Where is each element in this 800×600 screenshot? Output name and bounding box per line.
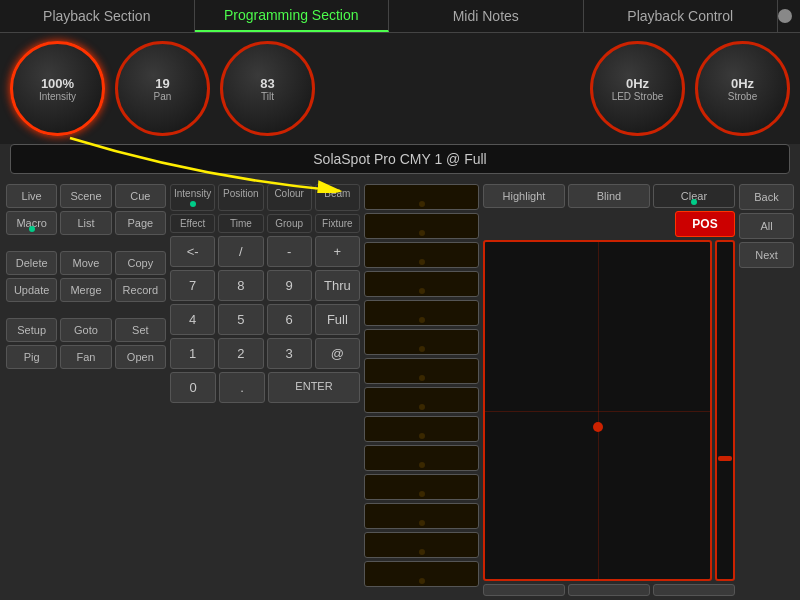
full-button[interactable]: Full [315, 304, 360, 335]
num3-button[interactable]: 3 [267, 338, 312, 369]
update-button[interactable]: Update [6, 278, 57, 302]
enc-beam[interactable]: Beam [315, 184, 360, 211]
num1-button[interactable]: 1 [170, 338, 215, 369]
enc-time[interactable]: Time [218, 214, 263, 233]
delete-move-copy-row: Delete Move Copy [6, 251, 166, 275]
fixture-list [364, 184, 479, 596]
fixture-slot-2a[interactable] [364, 271, 479, 297]
knob-tilt-circle[interactable]: 83 Tilt [220, 41, 315, 136]
knob-pan[interactable]: 19 Pan [115, 41, 210, 136]
num6-button[interactable]: 6 [267, 304, 312, 335]
bottom-right-btn-2[interactable] [568, 584, 650, 596]
tab-playback-control[interactable]: Playback Control [584, 0, 779, 32]
at-button[interactable]: @ [315, 338, 360, 369]
fixture-slot-4b[interactable] [364, 474, 479, 500]
merge-button[interactable]: Merge [60, 278, 111, 302]
move-button[interactable]: Move [60, 251, 111, 275]
num7-button[interactable]: 7 [170, 270, 215, 301]
fixture-pair-1 [364, 184, 479, 268]
knob-pan-circle[interactable]: 19 Pan [115, 41, 210, 136]
num0-button[interactable]: 0 [170, 372, 216, 403]
minus-button[interactable]: - [267, 236, 312, 267]
thru-button[interactable]: Thru [315, 270, 360, 301]
num5-button[interactable]: 5 [218, 304, 263, 335]
fixture-slot-2c[interactable] [364, 329, 479, 355]
xy-cursor [593, 422, 603, 432]
record-button[interactable]: Record [115, 278, 166, 302]
enter-button[interactable]: ENTER [268, 372, 360, 403]
fixture-slot-2b[interactable] [364, 300, 479, 326]
knob-intensity[interactable]: 100% Intensity [10, 41, 105, 136]
enc-intensity[interactable]: Intensity [170, 184, 215, 211]
goto-button[interactable]: Goto [60, 318, 111, 342]
knob-intensity-circle[interactable]: 100% Intensity [10, 41, 105, 136]
macro-list-page-row: Macro List Page [6, 211, 166, 235]
open-button[interactable]: Open [115, 345, 166, 369]
plus-button[interactable]: + [315, 236, 360, 267]
bottom-right-buttons [483, 584, 735, 596]
fixture-slot-3a[interactable] [364, 358, 479, 384]
live-button[interactable]: Live [6, 184, 57, 208]
list-button[interactable]: List [60, 211, 111, 235]
enc-colour[interactable]: Colour [267, 184, 312, 211]
macro-button[interactable]: Macro [6, 211, 57, 235]
delete-button[interactable]: Delete [6, 251, 57, 275]
setup-button[interactable]: Setup [6, 318, 57, 342]
divide-button[interactable]: / [218, 236, 263, 267]
knobs-row: 100% Intensity 19 Pan 83 Tilt [0, 33, 800, 144]
bottom-right-btn-1[interactable] [483, 584, 565, 596]
knob-led-strobe-circle[interactable]: 0Hz LED Strobe [590, 41, 685, 136]
num2-button[interactable]: 2 [218, 338, 263, 369]
bottom-right-btn-3[interactable] [653, 584, 735, 596]
cue-button[interactable]: Cue [115, 184, 166, 208]
tab-midi-notes[interactable]: Midi Notes [389, 0, 584, 32]
back-all-next-col: Back All Next [739, 184, 794, 596]
fixture-slot-4a[interactable] [364, 445, 479, 471]
num9-button[interactable]: 9 [267, 270, 312, 301]
next-button[interactable]: Next [739, 242, 794, 268]
enc-position[interactable]: Position [218, 184, 263, 211]
fixture-slot-3b[interactable] [364, 387, 479, 413]
scene-button[interactable]: Scene [60, 184, 111, 208]
enc-group[interactable]: Group [267, 214, 312, 233]
clear-button[interactable]: Clear [653, 184, 735, 208]
copy-button[interactable]: Copy [115, 251, 166, 275]
fixture-slot-1b[interactable] [364, 213, 479, 239]
enc-fixture[interactable]: Fixture [315, 214, 360, 233]
fixture-slot-4c[interactable] [364, 503, 479, 529]
fixture-slot-5b[interactable] [364, 561, 479, 587]
content-area: Live Scene Cue Macro List Page Delete Mo… [0, 180, 800, 600]
setup-goto-set-row: Setup Goto Set [6, 318, 166, 342]
tab-playback-section[interactable]: Playback Section [0, 0, 195, 32]
knob-strobe-circle[interactable]: 0Hz Strobe [695, 41, 790, 136]
pig-button[interactable]: Pig [6, 345, 57, 369]
num8-button[interactable]: 8 [218, 270, 263, 301]
fixture-slot-1c[interactable] [364, 242, 479, 268]
pos-button[interactable]: POS [675, 211, 735, 237]
live-scene-cue-row: Live Scene Cue [6, 184, 166, 208]
set-button[interactable]: Set [115, 318, 166, 342]
numpad-row-ops: <- / - + [170, 236, 360, 267]
fixture-slot-1a[interactable] [364, 184, 479, 210]
num4-button[interactable]: 4 [170, 304, 215, 335]
knob-strobe[interactable]: 0Hz Strobe [695, 41, 790, 136]
knob-tilt[interactable]: 83 Tilt [220, 41, 315, 136]
highlight-blind-clear-row: Highlight Blind Clear [483, 184, 735, 208]
backspace-button[interactable]: <- [170, 236, 215, 267]
blind-button[interactable]: Blind [568, 184, 650, 208]
dot-button[interactable]: . [219, 372, 265, 403]
update-merge-record-row: Update Merge Record [6, 278, 166, 302]
fixture-slot-3c[interactable] [364, 416, 479, 442]
numpad-row-789: 7 8 9 Thru [170, 270, 360, 301]
back-button[interactable]: Back [739, 184, 794, 210]
enc-effect[interactable]: Effect [170, 214, 215, 233]
fixture-slot-5a[interactable] [364, 532, 479, 558]
all-button[interactable]: All [739, 213, 794, 239]
fan-button[interactable]: Fan [60, 345, 111, 369]
page-button[interactable]: Page [115, 211, 166, 235]
knob-led-strobe[interactable]: 0Hz LED Strobe [590, 41, 685, 136]
tab-programming-section[interactable]: Programming Section [195, 0, 390, 32]
xy-pad[interactable] [483, 240, 712, 581]
y-axis-slider[interactable] [715, 240, 735, 581]
highlight-button[interactable]: Highlight [483, 184, 565, 208]
